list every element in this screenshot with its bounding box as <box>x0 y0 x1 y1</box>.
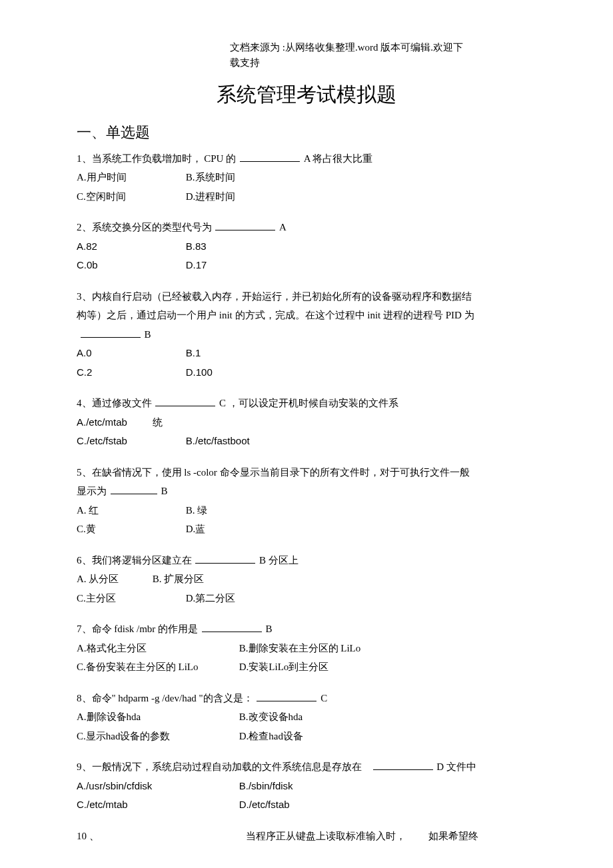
q8-optD: D.检查had设备 <box>239 731 303 741</box>
q7-stem-b: B <box>266 624 273 634</box>
q3-line2: 构等）之后，通过启动一个用户 init 的方式，完成。在这个过程中 init 进… <box>77 306 536 325</box>
q2-optC: C.0b <box>77 256 183 275</box>
q8-row1: A.删除设备hda B.改变设备hda <box>77 707 536 727</box>
q4-optA: A./etc/mtab <box>77 413 150 432</box>
q8-optC: C.显示had设备的参数 <box>77 727 237 746</box>
q9-row1: A./usr/sbin/cfdisk B./sbin/fdisk <box>77 777 536 796</box>
q7-optC: C.备份安装在主分区的 LiLo <box>77 657 237 677</box>
q5-optB: B. 绿 <box>186 505 208 516</box>
q8-stem-a: 8、命令" hdparm -g /dev/had "的含义是： <box>77 693 253 703</box>
q2-optA: A.82 <box>77 237 183 256</box>
q1-row1: A.用户时间 B.系统时间 <box>77 168 536 187</box>
q1-optD: D.进程时间 <box>186 191 236 202</box>
q3-line1: 3、内核自行启动（已经被载入内存，开始运行，并已初始化所有的设备驱动程序和数据结 <box>77 287 536 306</box>
q3-ans: B <box>145 329 151 340</box>
q5-ans: B <box>161 486 168 496</box>
q6-optC: C.主分区 <box>77 589 183 608</box>
q5-line1: 5、在缺省情况下，使用 ls -color 命令显示当前目录下的所有文件时，对于… <box>77 463 536 482</box>
q6-stem-a: 6、我们将逻辑分区建立在 <box>77 555 192 566</box>
source-note: 文档来源为 :从网络收集整理.word 版本可编辑.欢迎下载支持 <box>230 40 463 70</box>
q8-optB: B.改变设备hda <box>239 711 303 722</box>
document-title: 系统管理考试模拟题 <box>77 75 536 113</box>
q5-blank <box>111 484 157 494</box>
q10-num: 10 、 <box>77 827 243 846</box>
q3-blank <box>81 327 141 338</box>
q4-stem-b: C ，可以设定开机时候自动安装的文件系 <box>219 398 398 408</box>
page: 文档来源为 :从网络收集整理.word 版本可编辑.欢迎下载支持 系统管理考试模… <box>0 0 613 868</box>
q4-optC: C./etc/fstab <box>77 432 183 451</box>
q3-optD: D.100 <box>186 366 213 378</box>
q3-row1: A.0 B.1 <box>77 344 536 363</box>
q1-stem: 1、当系统工作负载增加时， CPU 的 A 将占很大比重 <box>77 149 536 169</box>
q8-stem-b: C <box>320 693 327 703</box>
q10-text-b: 如果希望终 <box>428 831 478 841</box>
q1-stem-b: A 将占很大比重 <box>304 153 373 164</box>
q6-optB: B. 扩展分区 <box>153 574 205 584</box>
q5-line2a: 显示为 <box>77 486 107 496</box>
q6-optA: A. 从分区 <box>77 570 150 589</box>
q9-stem-a: 9、一般情况下，系统启动过程自动加载的文件系统信息是存放在 <box>77 761 362 772</box>
q6-blank <box>195 553 255 564</box>
q1-blank <box>240 151 300 162</box>
q7-optB: B.删除安装在主分区的 LiLo <box>239 643 361 653</box>
q8-row2: C.显示had设备的参数 D.检查had设备 <box>77 727 536 746</box>
q9-optB: B./sbin/fdisk <box>239 780 293 791</box>
q2-row1: A.82 B.83 <box>77 237 536 256</box>
q8-blank <box>257 691 316 701</box>
q4-optB: B./etc/fastboot <box>186 435 250 446</box>
q7-optD: D.安装LiLo到主分区 <box>239 661 329 672</box>
q7-stem: 7、命令 fdisk /mbr 的作用是 B <box>77 620 536 639</box>
q3-optC: C.2 <box>77 363 183 382</box>
q6-optD: D.第二分区 <box>186 593 236 604</box>
q4-stem-a: 4、通过修改文件 <box>77 398 152 408</box>
q7-blank <box>202 622 262 632</box>
q9-stem: 9、一般情况下，系统启动过程自动加载的文件系统信息是存放在 D 文件中 <box>77 757 536 777</box>
q1-row2: C.空闲时间 D.进程时间 <box>77 187 536 207</box>
q10-text-a: 当程序正从键盘上读取标准输入时， <box>246 827 426 846</box>
q2-blank <box>215 220 275 230</box>
q6-stem: 6、我们将逻辑分区建立在 B 分区上 <box>77 551 536 570</box>
q9-blank <box>373 759 433 770</box>
q1-stem-a: 1、当系统工作负载增加时， CPU 的 <box>77 153 236 164</box>
q8-optA: A.删除设备hda <box>77 707 237 727</box>
q5-optC: C.黄 <box>77 520 183 539</box>
q10-line: 10 、 当程序正从键盘上读取标准输入时， 如果希望终 <box>77 827 536 846</box>
q8-stem: 8、命令" hdparm -g /dev/had "的含义是： C <box>77 689 536 708</box>
q9-optC: C./etc/mtab <box>77 795 237 815</box>
q2-optB: B.83 <box>186 240 207 252</box>
q7-optA: A.格式化主分区 <box>77 639 237 658</box>
q9-optD: D./etc/fstab <box>239 799 290 810</box>
q9-stem-b: D 文件中 <box>436 761 476 772</box>
q5-optD: D.蓝 <box>186 524 206 534</box>
q2-stem-a: 2、系统交换分区的类型代号为 <box>77 222 212 232</box>
q4-suffix: 统 <box>153 417 163 428</box>
q5-row1: A. 红 B. 绿 <box>77 501 536 520</box>
q7-stem-a: 7、命令 fdisk /mbr 的作用是 <box>77 624 198 634</box>
q2-optD: D.17 <box>186 259 207 270</box>
q2-stem-b: A <box>279 222 287 232</box>
q5-row2: C.黄 D.蓝 <box>77 520 536 539</box>
q7-row1: A.格式化主分区 B.删除安装在主分区的 LiLo <box>77 639 536 658</box>
q3-optB: B.1 <box>186 347 201 358</box>
section-heading-1: 一、单选题 <box>77 119 536 147</box>
q4-row2: C./etc/fstab B./etc/fastboot <box>77 432 536 451</box>
q7-row2: C.备份安装在主分区的 LiLo D.安装LiLo到主分区 <box>77 657 536 677</box>
q9-optA: A./usr/sbin/cfdisk <box>77 777 237 796</box>
q4-blank <box>155 396 215 406</box>
q3-row2: C.2 D.100 <box>77 363 536 382</box>
q6-row1: A. 从分区 B. 扩展分区 <box>77 570 536 589</box>
q5-optA: A. 红 <box>77 501 183 520</box>
q6-stem-b: B 分区上 <box>259 555 299 566</box>
q5-line2: 显示为 B <box>77 482 536 501</box>
q2-stem: 2、系统交换分区的类型代号为 A <box>77 218 536 237</box>
q6-row2: C.主分区 D.第二分区 <box>77 589 536 608</box>
q1-optB: B.系统时间 <box>186 172 235 183</box>
q4-stem: 4、通过修改文件 C ，可以设定开机时候自动安装的文件系 <box>77 394 536 413</box>
q1-optA: A.用户时间 <box>77 168 183 187</box>
q9-row2: C./etc/mtab D./etc/fstab <box>77 795 536 815</box>
q3-optA: A.0 <box>77 344 183 363</box>
q1-optC: C.空闲时间 <box>77 187 183 207</box>
q2-row2: C.0b D.17 <box>77 256 536 275</box>
q3-ans-line: B <box>77 325 536 344</box>
q4-row1: A./etc/mtab 统 <box>77 413 536 432</box>
